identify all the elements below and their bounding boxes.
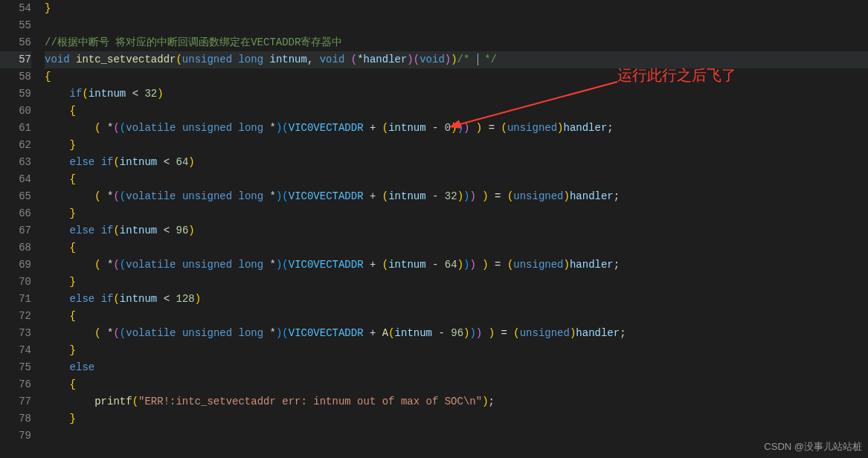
code-line[interactable]: ( *((volatile unsigned long *)(VIC0VECTA…: [45, 188, 868, 205]
line-number: 62: [0, 137, 31, 154]
code-line[interactable]: printf("ERR!:intc_setvectaddr err: intnu…: [45, 393, 868, 410]
annotation-text: 运行此行之后飞了: [617, 65, 736, 86]
code-line[interactable]: if(intnum < 32): [45, 86, 868, 103]
code-line[interactable]: [45, 428, 868, 445]
code-line[interactable]: {: [45, 68, 868, 86]
line-number: 63: [0, 154, 31, 171]
code-line[interactable]: {: [45, 376, 868, 393]
line-number: 75: [0, 359, 31, 376]
line-number: 76: [0, 376, 31, 393]
code-line[interactable]: }: [45, 342, 868, 359]
line-number: 69: [0, 257, 31, 274]
line-number: 56: [0, 34, 31, 51]
code-line[interactable]: {: [45, 171, 868, 188]
line-number: 78: [0, 410, 31, 428]
line-number: 77: [0, 393, 31, 410]
code-editor[interactable]: 5455565758596061626364656667686970717273…: [0, 0, 868, 458]
line-number: 58: [0, 68, 31, 86]
code-line[interactable]: else: [45, 359, 868, 376]
code-line[interactable]: void intc_setvectaddr(unsigned long intn…: [45, 51, 868, 68]
code-line[interactable]: else if(intnum < 128): [45, 291, 868, 308]
code-line[interactable]: }: [45, 410, 868, 428]
line-number: 65: [0, 188, 31, 205]
line-number: 74: [0, 342, 31, 359]
code-line[interactable]: }: [45, 274, 868, 291]
line-number: 55: [0, 17, 31, 34]
line-number: 72: [0, 308, 31, 325]
code-line[interactable]: {: [45, 308, 868, 325]
code-area[interactable]: }//根据中断号 将对应的中断回调函数绑定在VECTADDR寄存器中void i…: [45, 0, 868, 458]
line-number: 61: [0, 120, 31, 137]
code-line[interactable]: }: [45, 0, 868, 17]
code-line[interactable]: {: [45, 103, 868, 120]
line-number-gutter: 5455565758596061626364656667686970717273…: [0, 0, 45, 458]
line-number: 70: [0, 274, 31, 291]
line-number: 68: [0, 239, 31, 257]
code-line[interactable]: ( *((volatile unsigned long *)(VIC0VECTA…: [45, 120, 868, 137]
watermark: CSDN @没事儿站站桩: [764, 440, 862, 454]
code-line[interactable]: [45, 17, 868, 34]
line-number: 73: [0, 325, 31, 342]
code-line[interactable]: else if(intnum < 64): [45, 154, 868, 171]
line-number: 57: [0, 51, 31, 68]
line-number: 67: [0, 222, 31, 239]
code-line[interactable]: }: [45, 137, 868, 154]
code-line[interactable]: else if(intnum < 96): [45, 222, 868, 239]
line-number: 59: [0, 86, 31, 103]
code-line[interactable]: {: [45, 239, 868, 257]
code-line[interactable]: //根据中断号 将对应的中断回调函数绑定在VECTADDR寄存器中: [45, 34, 868, 51]
code-line[interactable]: ( *((volatile unsigned long *)(VIC0VECTA…: [45, 257, 868, 274]
line-number: 71: [0, 291, 31, 308]
line-number: 54: [0, 0, 31, 17]
line-number: 64: [0, 171, 31, 188]
line-number: 66: [0, 205, 31, 222]
line-number: 79: [0, 428, 31, 445]
code-line[interactable]: ( *((volatile unsigned long *)(VIC0VECTA…: [45, 325, 868, 342]
code-line[interactable]: }: [45, 205, 868, 222]
line-number: 60: [0, 103, 31, 120]
